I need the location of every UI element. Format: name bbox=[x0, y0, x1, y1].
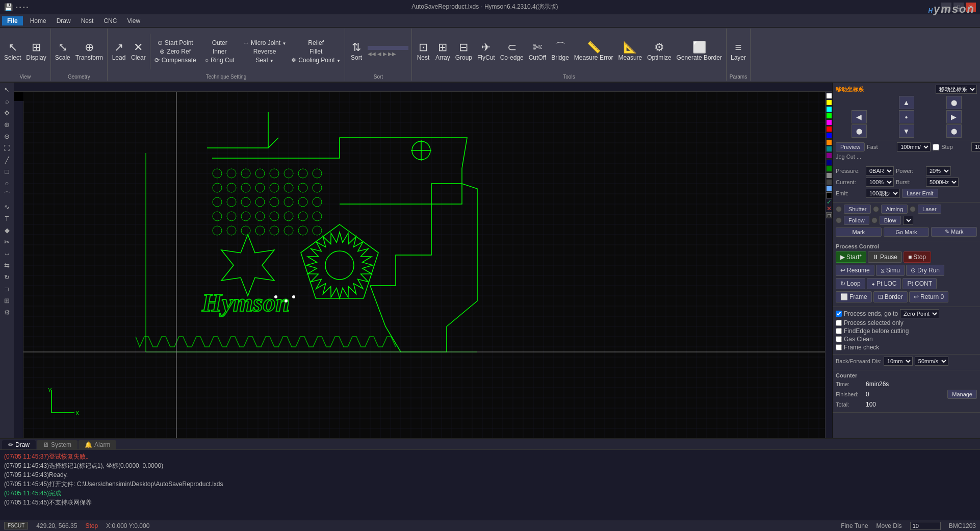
back-fwd-select2[interactable]: 50mm/s bbox=[915, 357, 948, 366]
cutoff-button[interactable]: ✄ CutOff bbox=[527, 34, 548, 69]
measure-error-button[interactable]: 📏 Measure Error bbox=[572, 34, 615, 69]
layer-button[interactable]: ≡ Layer bbox=[729, 34, 748, 69]
back-fwd-select1[interactable]: 10mm bbox=[884, 357, 913, 366]
circle-tool[interactable]: ○ bbox=[1, 178, 13, 189]
coord-up[interactable]: ▲ bbox=[899, 96, 914, 109]
dry-run-button[interactable]: ⊙ Dry Run bbox=[906, 265, 944, 276]
laser-canvas[interactable] bbox=[23, 92, 825, 438]
menu-nest[interactable]: Nest bbox=[76, 16, 99, 26]
flycut-button[interactable]: ✈ FlyCut bbox=[475, 34, 497, 69]
process-ends-select[interactable]: Zero Point bbox=[900, 309, 939, 318]
color-lightblue[interactable] bbox=[826, 186, 832, 192]
menu-home[interactable]: Home bbox=[25, 16, 51, 26]
seal-button[interactable]: Seal ▼ bbox=[241, 56, 289, 64]
pointer-tool[interactable]: ↖ bbox=[1, 84, 13, 95]
menu-draw[interactable]: Draw bbox=[51, 16, 76, 26]
border-button[interactable]: ⊡ Border bbox=[873, 291, 908, 302]
scale-button[interactable]: ⤡ Scale bbox=[53, 34, 72, 69]
color-darkgray[interactable] bbox=[826, 179, 832, 185]
pt-cont-button[interactable]: Pt CONT bbox=[902, 278, 937, 289]
nest-button[interactable]: ⊡ Nest bbox=[414, 34, 432, 69]
shutter-button[interactable]: Shutter bbox=[844, 205, 871, 214]
settings-tool[interactable]: ⚙ bbox=[1, 307, 13, 318]
move-dis-input[interactable] bbox=[910, 522, 941, 530]
manage-button[interactable]: Manage bbox=[947, 390, 977, 399]
cooling-point-button[interactable]: ❄ Cooling Point ▼ bbox=[289, 56, 343, 64]
coord-left[interactable]: ◀ bbox=[852, 110, 867, 123]
process-ends-checkbox[interactable] bbox=[836, 311, 842, 317]
pause-button[interactable]: ⏸ Pause bbox=[868, 251, 902, 263]
array-button[interactable]: ⊞ Array bbox=[433, 34, 452, 69]
lead-button[interactable]: ↗ Lead bbox=[110, 34, 128, 69]
color-white[interactable] bbox=[826, 93, 832, 99]
coord-snap-left[interactable]: ⬤ bbox=[852, 124, 867, 138]
zoom-tool[interactable]: ⌕ bbox=[1, 95, 13, 107]
fit-tool[interactable]: ⛶ bbox=[1, 142, 13, 154]
power-select[interactable]: 20% bbox=[926, 166, 951, 175]
clear-button[interactable]: ✕ Clear bbox=[129, 34, 148, 69]
outer-button[interactable]: Outer bbox=[199, 39, 240, 47]
coord-center[interactable]: ● bbox=[899, 110, 914, 123]
coord-snap-down[interactable]: ⬤ bbox=[946, 124, 962, 138]
tab-draw[interactable]: ✏ Draw bbox=[2, 440, 36, 449]
step-checkbox[interactable] bbox=[933, 144, 939, 150]
inner-button[interactable]: Inner bbox=[199, 47, 240, 56]
generate-border-button[interactable]: ⬜ Generate Border bbox=[675, 34, 724, 69]
fast-select[interactable]: 100mm/ bbox=[897, 142, 931, 151]
node-tool[interactable]: ◆ bbox=[1, 224, 13, 236]
arc-tool[interactable]: ⌒ bbox=[1, 189, 13, 200]
color-gray[interactable] bbox=[826, 172, 832, 179]
array-tool[interactable]: ⊞ bbox=[1, 295, 13, 306]
color-blue[interactable] bbox=[826, 133, 832, 139]
color-yellow[interactable] bbox=[826, 99, 832, 106]
start-point-button[interactable]: ⊙ Start Point bbox=[152, 39, 198, 47]
color-purple[interactable] bbox=[826, 153, 832, 159]
coord-right[interactable]: ▶ bbox=[946, 110, 962, 123]
trim-tool[interactable]: ✂ bbox=[1, 236, 13, 247]
pt-loc-button[interactable]: ⬥ Pt LOC bbox=[867, 278, 901, 289]
aiming-button[interactable]: Aiming bbox=[881, 205, 908, 214]
coord-down[interactable]: ▼ bbox=[899, 124, 914, 138]
canvas-content[interactable] bbox=[23, 92, 825, 438]
color-cyan[interactable] bbox=[826, 106, 832, 112]
display-button[interactable]: ⊞ Display bbox=[24, 34, 48, 69]
step-select[interactable]: 10mm bbox=[971, 142, 980, 151]
burst-select[interactable]: 5000Hz bbox=[926, 178, 959, 187]
measure-button[interactable]: 📐 Measure bbox=[616, 34, 644, 69]
offset-tool[interactable]: ⊐ bbox=[1, 283, 13, 294]
rect-tool[interactable]: □ bbox=[1, 166, 13, 177]
menu-view[interactable]: View bbox=[122, 16, 145, 26]
menu-cnc[interactable]: CNC bbox=[98, 16, 122, 26]
menu-file[interactable]: File bbox=[2, 16, 23, 26]
rotate-tool[interactable]: ↻ bbox=[1, 271, 13, 283]
transform-button[interactable]: ⊕ Transform bbox=[73, 34, 105, 69]
compensate-button[interactable]: ⟳ Compensate bbox=[152, 56, 198, 64]
resume-button[interactable]: ↩ Resume bbox=[836, 265, 874, 276]
color-black[interactable] bbox=[826, 192, 832, 198]
zoom-in[interactable]: ⊕ bbox=[1, 119, 13, 130]
white-square-icon[interactable]: □ bbox=[826, 212, 832, 218]
select-button[interactable]: ↖ Select bbox=[2, 34, 23, 69]
mirror-tool[interactable]: ⇆ bbox=[1, 260, 13, 271]
start-button[interactable]: ▶ Start* bbox=[836, 251, 866, 263]
reverse-button[interactable]: Reverse bbox=[241, 47, 289, 56]
preview-button[interactable]: Preview bbox=[836, 142, 865, 151]
tab-system[interactable]: 🖥 System bbox=[37, 440, 78, 449]
frame-check-checkbox[interactable] bbox=[836, 344, 842, 350]
relief-button[interactable]: Relief bbox=[289, 39, 343, 47]
coord-dropdown[interactable]: 移动坐标系 bbox=[936, 85, 977, 94]
bridge-button[interactable]: ⌒ Bridge bbox=[549, 34, 571, 69]
gas-clean-checkbox[interactable] bbox=[836, 336, 842, 342]
go-mark-button[interactable]: Go Mark bbox=[884, 227, 930, 237]
optimize-button[interactable]: ⚙ Optimize bbox=[645, 34, 673, 69]
color-magenta[interactable] bbox=[826, 119, 832, 125]
return0-button[interactable]: ↩ Return 0 bbox=[909, 291, 948, 302]
laser-emit-button[interactable]: Laser Emit bbox=[902, 189, 938, 198]
sort-button[interactable]: ⇅ Sort bbox=[347, 34, 366, 69]
coedge-button[interactable]: ⊂ Co-edge bbox=[498, 34, 526, 69]
blow-dropdown[interactable]: ▼ bbox=[903, 216, 913, 225]
dimension-tool[interactable]: ↔ bbox=[1, 248, 13, 259]
mark-button[interactable]: Mark bbox=[836, 227, 882, 237]
text-tool[interactable]: T bbox=[1, 213, 13, 224]
emit-select[interactable]: 100毫秒 bbox=[866, 189, 900, 198]
